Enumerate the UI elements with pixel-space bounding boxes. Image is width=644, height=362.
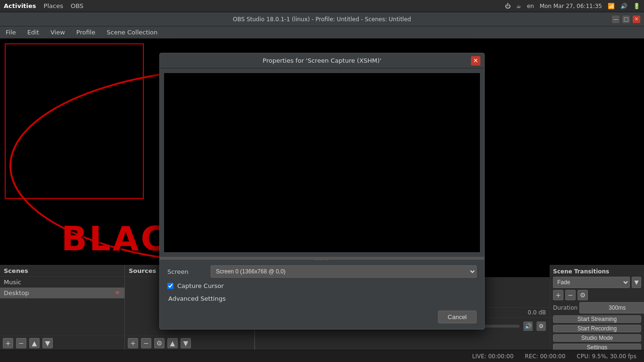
modal-divider <box>160 257 484 260</box>
window-title: OBS Studio 18.0.1-1 (linux) - Profile: U… <box>233 16 411 23</box>
start-streaming-button[interactable]: Start Streaming <box>553 315 641 323</box>
menu-view[interactable]: View <box>47 28 69 37</box>
transition-add-btn[interactable]: + <box>553 290 563 300</box>
battery-icon: 🔋 <box>633 3 640 9</box>
advanced-settings-link[interactable]: Advanced Settings <box>167 294 477 303</box>
main-area: BLACK SCREEN Properties for 'Screen Capt… <box>0 39 644 362</box>
menu-profile[interactable]: Profile <box>73 28 99 37</box>
scenes-header: Scenes <box>0 265 124 277</box>
capture-cursor-checkbox[interactable] <box>167 283 173 289</box>
scene-item-music[interactable]: Music <box>0 277 124 288</box>
menu-edit[interactable]: Edit <box>24 28 43 37</box>
system-bar: Activities Places OBS ⏻ ☕ en Mon Mar 27,… <box>0 0 644 12</box>
right-preview-panel <box>550 39 644 277</box>
sources-footer: + − ⚙ ▲ ▼ <box>125 336 254 350</box>
transition-settings-btn[interactable]: ⚙ <box>578 290 588 300</box>
modal-close-button[interactable]: ✕ <box>471 56 480 66</box>
modal-preview-black <box>164 73 480 252</box>
transition-buttons-row: + − ⚙ <box>553 290 641 300</box>
scene-item-desktop[interactable]: Desktop 👁 <box>0 288 124 298</box>
scene-up-button[interactable]: ▲ <box>29 338 40 348</box>
cancel-button[interactable]: Cancel <box>438 311 477 323</box>
audio-settings-icon[interactable]: ⚙ <box>537 321 546 331</box>
menu-file[interactable]: File <box>2 28 20 37</box>
modal-title: Properties for 'Screen Capture (XSHM)' <box>263 57 381 64</box>
menu-scene-collection[interactable]: Scene Collection <box>103 28 161 37</box>
status-bar: LIVE: 00:00:00 REC: 00:00:00 CPU: 9.5%, … <box>0 350 644 362</box>
duration-row: Duration ▲ <box>553 302 641 313</box>
properties-modal: Properties for 'Screen Capture (XSHM)' ✕… <box>159 53 485 329</box>
audio-mute-icon[interactable]: 🔊 <box>523 321 533 331</box>
scenes-content: Music Desktop 👁 <box>0 277 124 336</box>
eye-icon: 👁 <box>115 289 121 296</box>
power-icon: ⏻ <box>505 3 511 9</box>
maximize-button[interactable]: □ <box>622 16 630 23</box>
cpu-status: CPU: 9.5%, 30.00 fps <box>577 353 636 360</box>
clock: Mon Mar 27, 06:11:35 <box>540 3 602 9</box>
scene-add-button[interactable]: + <box>3 338 13 348</box>
right-controls-panel: Scene Transitions Fade ▼ + − ⚙ Duration … <box>550 265 644 350</box>
live-status: LIVE: 00:00:00 <box>472 353 514 360</box>
obs-menu[interactable]: OBS <box>71 2 83 9</box>
scene-transitions-header: Scene Transitions <box>553 268 641 275</box>
scene-down-button[interactable]: ▼ <box>42 338 53 348</box>
places-menu[interactable]: Places <box>44 2 63 9</box>
transition-select[interactable]: Fade <box>553 277 630 288</box>
source-remove-button[interactable]: − <box>141 338 151 348</box>
modal-titlebar: Properties for 'Screen Capture (XSHM)' ✕ <box>160 53 484 68</box>
close-button[interactable]: ✕ <box>633 16 640 23</box>
left-preview-panel <box>5 43 144 199</box>
locale-indicator: en <box>527 3 534 9</box>
title-bar: OBS Studio 18.0.1-1 (linux) - Profile: U… <box>0 12 644 26</box>
screen-label: Screen <box>167 268 205 275</box>
coffee-icon: ☕ <box>516 3 521 9</box>
screen-row: Screen Screen 0 (644x362 @ 0,0) <box>167 265 477 278</box>
capture-cursor-label: Capture Cursor <box>177 282 224 289</box>
source-settings-button[interactable]: ⚙ <box>154 338 165 348</box>
transition-remove-btn[interactable]: − <box>565 290 576 300</box>
volume-icon: 🔊 <box>620 3 627 9</box>
source-down-button[interactable]: ▼ <box>181 338 191 348</box>
minimize-button[interactable]: — <box>612 16 619 23</box>
start-recording-button[interactable]: Start Recording <box>553 325 641 332</box>
scenes-panel: Scenes Music Desktop 👁 + − ▲ ▼ <box>0 265 125 350</box>
modal-footer: Cancel <box>160 307 484 329</box>
source-add-button[interactable]: + <box>128 338 138 348</box>
activities-menu[interactable]: Activities <box>4 2 36 9</box>
transition-row: Fade ▼ <box>553 277 641 288</box>
audio-volume: 0.0 dB <box>528 309 546 316</box>
transition-arrow[interactable]: ▼ <box>632 277 641 288</box>
menu-bar: File Edit View Profile Scene Collection <box>0 26 644 39</box>
duration-label: Duration <box>553 304 578 311</box>
rec-status: REC: 00:00:00 <box>525 353 565 360</box>
scene-remove-button[interactable]: − <box>16 338 26 348</box>
duration-input[interactable] <box>579 302 644 313</box>
modal-controls: Screen Screen 0 (644x362 @ 0,0) Capture… <box>160 262 484 307</box>
capture-cursor-row: Capture Cursor <box>167 281 477 290</box>
studio-mode-button[interactable]: Studio Mode <box>553 334 641 342</box>
source-up-button[interactable]: ▲ <box>167 338 178 348</box>
screen-select[interactable]: Screen 0 (644x362 @ 0,0) <box>211 265 477 278</box>
wifi-icon: 📶 <box>608 3 615 9</box>
scenes-footer: + − ▲ ▼ <box>0 336 124 350</box>
